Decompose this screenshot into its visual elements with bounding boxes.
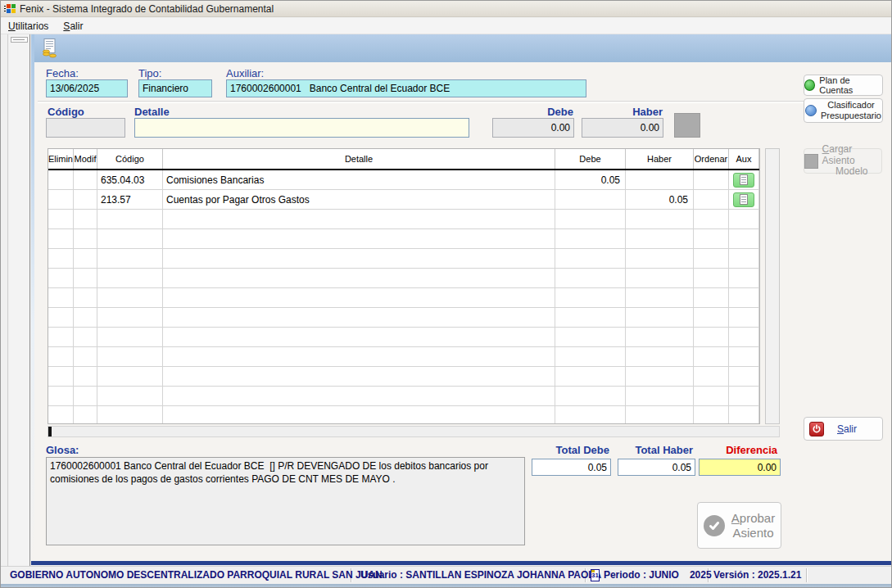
plan-de-cuentas-button[interactable]: Plan de Cuentas bbox=[804, 75, 883, 96]
auxiliar-input[interactable] bbox=[226, 79, 586, 97]
cell-elimin bbox=[48, 387, 74, 405]
cell-ordenar bbox=[694, 249, 729, 268]
window-bottom-border bbox=[1, 584, 892, 588]
aux-button[interactable] bbox=[733, 173, 754, 188]
status-entity-text: GOBIERNO AUTONOMO DESCENTRALIZADO PARROQ… bbox=[10, 569, 383, 581]
column-header-modif: Modif bbox=[74, 149, 97, 169]
cell-modif bbox=[74, 288, 97, 307]
cell-aux bbox=[729, 406, 759, 424]
cell-debe: 0.05 bbox=[555, 170, 626, 189]
cell-haber bbox=[626, 249, 694, 268]
cell-codigo bbox=[97, 288, 163, 307]
table-vertical-scrollbar[interactable] bbox=[765, 148, 780, 424]
cell-haber bbox=[626, 288, 694, 307]
cell-elimin bbox=[48, 288, 74, 307]
diferencia-label: Diferencia bbox=[695, 444, 777, 456]
cell-modif bbox=[74, 269, 97, 287]
cell-aux bbox=[729, 210, 759, 228]
table-row[interactable] bbox=[48, 328, 759, 347]
aux-button[interactable] bbox=[733, 192, 754, 207]
app-windows-logo-icon bbox=[4, 3, 16, 14]
cell-ordenar bbox=[694, 190, 729, 209]
cell-ordenar bbox=[694, 210, 729, 228]
cell-codigo bbox=[97, 328, 163, 346]
table-header-row: EliminModifCódigoDetalleDebeHaberOrdenar… bbox=[48, 149, 759, 170]
table-row[interactable] bbox=[48, 308, 759, 328]
cell-debe bbox=[555, 387, 626, 405]
status-user-text: Usuario : SANTILLAN ESPINOZA JOHANNA PAO… bbox=[360, 569, 601, 581]
column-header-debe: Debe bbox=[555, 149, 626, 169]
codigo-input[interactable] bbox=[46, 118, 125, 138]
cell-modif bbox=[74, 387, 97, 405]
cell-detalle: Cuentas por Pagar Otros Gastos bbox=[163, 190, 555, 209]
cell-detalle bbox=[163, 387, 555, 405]
window-frame-left bbox=[1, 34, 8, 566]
left-collapsed-panel bbox=[9, 34, 30, 566]
aprobar-asiento-button[interactable]: Aprobar Asiento bbox=[697, 502, 781, 549]
table-row[interactable]: 635.04.03Comisiones Bancarias0.05 bbox=[48, 170, 759, 190]
cell-debe bbox=[555, 269, 626, 287]
cell-aux bbox=[729, 387, 759, 405]
salir-button[interactable]: Salir bbox=[804, 417, 883, 441]
fecha-input[interactable] bbox=[46, 79, 128, 97]
clasificador-presupuestario-button[interactable]: Clasificador Presupuestario bbox=[804, 98, 883, 123]
table-row[interactable]: 213.57Cuentas por Pagar Otros Gastos0.05 bbox=[48, 190, 759, 210]
glosa-textarea[interactable]: 1760002600001 Banco Central del Ecuador … bbox=[46, 457, 525, 545]
cell-haber bbox=[626, 308, 694, 327]
cell-modif bbox=[74, 210, 97, 228]
haber-input[interactable] bbox=[582, 118, 663, 138]
add-line-button[interactable] bbox=[674, 113, 700, 138]
total-debe-field bbox=[532, 459, 611, 476]
cell-debe bbox=[555, 229, 626, 248]
cell-elimin bbox=[48, 328, 74, 346]
table-row[interactable] bbox=[48, 288, 759, 308]
power-icon bbox=[809, 422, 824, 436]
cell-ordenar bbox=[694, 406, 729, 424]
cell-ordenar bbox=[694, 367, 729, 386]
cell-aux bbox=[729, 269, 759, 287]
table-row[interactable] bbox=[48, 249, 759, 269]
entries-table: EliminModifCódigoDetalleDebeHaberOrdenar… bbox=[48, 148, 760, 424]
cell-codigo: 213.57 bbox=[97, 190, 163, 209]
cargar-asiento-modelo-button[interactable]: Cargar Asiento Modelo bbox=[804, 148, 882, 174]
codigo-label: Código bbox=[48, 106, 84, 118]
table-row[interactable] bbox=[48, 406, 759, 424]
plan-de-cuentas-label: Plan de Cuentas bbox=[819, 75, 882, 95]
detalle-input[interactable] bbox=[134, 118, 469, 138]
cargar-label-line2: Modelo bbox=[835, 166, 867, 178]
table-row[interactable] bbox=[48, 387, 759, 406]
table-row[interactable] bbox=[48, 367, 759, 387]
menu-salir[interactable]: Salir bbox=[56, 19, 90, 34]
scrollbar-thumb[interactable] bbox=[48, 427, 52, 436]
column-header-aux: Aux bbox=[729, 149, 759, 169]
cell-codigo bbox=[97, 269, 163, 287]
cell-modif bbox=[74, 328, 97, 346]
cargar-label-line1: Cargar Asiento bbox=[822, 144, 881, 167]
table-row[interactable] bbox=[48, 269, 759, 288]
cell-debe bbox=[555, 367, 626, 386]
cell-elimin bbox=[48, 308, 74, 327]
document-coins-icon[interactable] bbox=[42, 38, 58, 58]
cell-aux bbox=[729, 308, 759, 327]
cell-aux bbox=[729, 229, 759, 248]
menu-utilitarios[interactable]: Utilitarios bbox=[1, 19, 56, 34]
cell-modif bbox=[74, 406, 97, 424]
cell-ordenar bbox=[694, 387, 729, 405]
debe-input[interactable] bbox=[492, 118, 574, 138]
table-horizontal-scrollbar[interactable] bbox=[48, 426, 780, 437]
tipo-input[interactable] bbox=[138, 79, 212, 97]
column-header-codigo: Código bbox=[97, 149, 163, 169]
journal-entry-form: Fecha: Tipo: Auxiliar: Código Detalle De… bbox=[31, 34, 892, 565]
cell-modif bbox=[74, 308, 97, 327]
table-row[interactable] bbox=[48, 229, 759, 249]
table-row[interactable] bbox=[48, 210, 759, 229]
tipo-label: Tipo: bbox=[138, 67, 161, 79]
collapsed-window-handle[interactable] bbox=[11, 37, 28, 43]
cell-elimin bbox=[48, 347, 74, 366]
cell-detalle bbox=[163, 210, 555, 228]
group-divider bbox=[38, 101, 826, 102]
cell-modif bbox=[74, 229, 97, 248]
cell-debe bbox=[555, 190, 626, 209]
cell-debe bbox=[555, 406, 626, 424]
table-row[interactable] bbox=[48, 347, 759, 367]
